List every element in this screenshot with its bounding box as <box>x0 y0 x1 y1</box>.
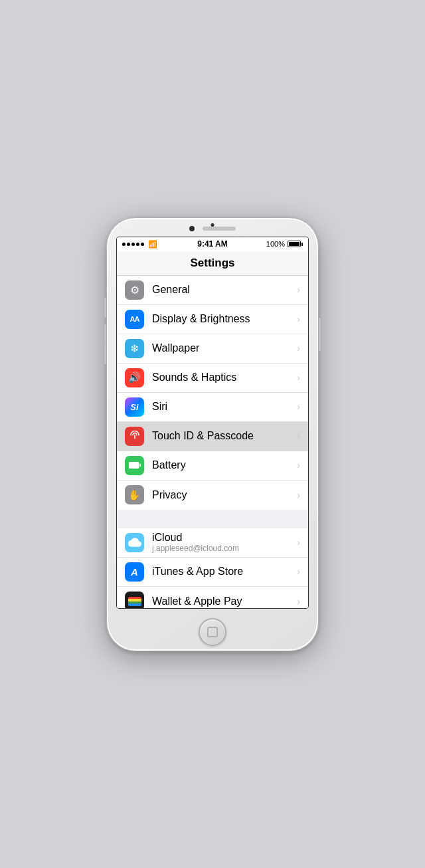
status-left: 📶 <box>122 240 157 249</box>
battery-percent: 100% <box>266 240 285 248</box>
battery-settings-icon <box>125 456 144 475</box>
battery-indicator <box>288 241 303 247</box>
wallpaper-chevron: › <box>297 343 300 354</box>
sounds-label: Sounds & Haptics <box>152 372 297 383</box>
page-title: Settings <box>190 257 234 269</box>
status-bar: 📶 9:41 AM 100% <box>117 237 308 251</box>
wallpaper-icon: ❄ <box>125 339 144 358</box>
siri-icon: Si <box>125 397 144 417</box>
settings-row-sounds[interactable]: 🔊 Sounds & Haptics › <box>117 364 308 393</box>
sounds-chevron: › <box>297 372 300 383</box>
siri-content: Siri <box>152 401 297 413</box>
itunes-chevron: › <box>297 566 300 577</box>
wallet-content: Wallet & Apple Pay <box>152 596 297 607</box>
wallpaper-label: Wallpaper <box>152 342 297 354</box>
wallpaper-content: Wallpaper <box>152 342 297 354</box>
display-icon: AA <box>125 310 144 329</box>
settings-row-display[interactable]: AA Display & Brightness › <box>117 305 308 334</box>
phone-top-area <box>107 218 318 237</box>
general-icon: ⚙ <box>125 280 144 300</box>
privacy-icon: ✋ <box>125 485 144 504</box>
screen: 📶 9:41 AM 100% Settings <box>116 237 309 609</box>
signal-icon <box>122 243 144 246</box>
battery-chevron: › <box>297 460 300 471</box>
sounds-icon: 🔊 <box>125 368 144 387</box>
icloud-label: iCloud <box>152 532 297 544</box>
svg-rect-0 <box>129 463 139 469</box>
signal-dot-3 <box>131 243 135 246</box>
siri-chevron: › <box>297 401 300 412</box>
settings-row-battery[interactable]: Battery › <box>117 451 308 481</box>
touchid-label: Touch ID & Passcode <box>152 430 297 442</box>
wallet-stripes <box>128 597 141 606</box>
battery-body <box>288 241 301 247</box>
wallet-stripe-blue <box>128 603 141 606</box>
settings-section-2: iCloud j.appleseed@icloud.com › A iTunes… <box>117 528 308 608</box>
home-button[interactable] <box>199 618 226 646</box>
wallet-icon <box>125 592 144 608</box>
itunes-content: iTunes & App Store <box>152 566 297 578</box>
general-chevron: › <box>297 284 300 295</box>
privacy-label: Privacy <box>152 489 297 501</box>
settings-list: ⚙ General › AA Display & Brightness › <box>117 276 308 608</box>
icloud-icon <box>125 533 144 552</box>
battery-fill <box>289 242 299 246</box>
speaker <box>203 227 236 231</box>
display-content: Display & Brightness <box>152 313 297 325</box>
settings-row-privacy[interactable]: ✋ Privacy › <box>117 481 308 510</box>
signal-dot-1 <box>122 243 126 246</box>
wifi-icon: 📶 <box>148 240 157 249</box>
privacy-content: Privacy <box>152 489 297 501</box>
icloud-content: iCloud j.appleseed@icloud.com <box>152 532 297 553</box>
page-title-bar: Settings <box>117 251 308 276</box>
battery-content: Battery <box>152 459 297 471</box>
display-label: Display & Brightness <box>152 313 297 325</box>
status-time: 9:41 AM <box>197 239 228 249</box>
settings-row-siri[interactable]: Si Siri › <box>117 393 308 422</box>
settings-row-icloud[interactable]: iCloud j.appleseed@icloud.com › <box>117 528 308 558</box>
settings-section-1: ⚙ General › AA Display & Brightness › <box>117 276 308 510</box>
signal-dot-5 <box>141 243 144 246</box>
siri-label: Siri <box>152 401 297 413</box>
battery-tip <box>301 243 303 246</box>
settings-row-itunes[interactable]: A iTunes & App Store › <box>117 558 308 587</box>
svg-rect-1 <box>139 464 141 467</box>
home-button-inner <box>207 627 218 637</box>
general-label: General <box>152 284 297 296</box>
itunes-icon: A <box>125 562 144 582</box>
privacy-chevron: › <box>297 490 300 500</box>
sounds-content: Sounds & Haptics <box>152 372 297 383</box>
settings-row-wallpaper[interactable]: ❄ Wallpaper › <box>117 334 308 364</box>
settings-row-wallet[interactable]: Wallet & Apple Pay › <box>117 587 308 608</box>
icloud-subtitle: j.appleseed@icloud.com <box>152 544 297 553</box>
phone-frame: 📶 9:41 AM 100% Settings <box>106 217 319 651</box>
itunes-label: iTunes & App Store <box>152 566 297 578</box>
settings-row-touchid[interactable]: Touch ID & Passcode › <box>117 422 308 451</box>
phone-bottom <box>199 614 226 651</box>
settings-row-general[interactable]: ⚙ General › <box>117 276 308 305</box>
touchid-content: Touch ID & Passcode <box>152 430 297 442</box>
touchid-icon <box>125 427 144 446</box>
section-separator-1 <box>117 510 308 528</box>
front-camera <box>189 226 195 231</box>
status-right: 100% <box>266 240 303 248</box>
signal-dot-4 <box>136 243 139 246</box>
signal-dot-2 <box>127 243 130 246</box>
touchid-chevron: › <box>297 431 300 441</box>
general-content: General <box>152 284 297 296</box>
battery-label: Battery <box>152 459 297 471</box>
wallet-chevron: › <box>297 596 300 607</box>
display-chevron: › <box>297 314 300 324</box>
wallet-label: Wallet & Apple Pay <box>152 596 297 607</box>
icloud-chevron: › <box>297 537 300 548</box>
